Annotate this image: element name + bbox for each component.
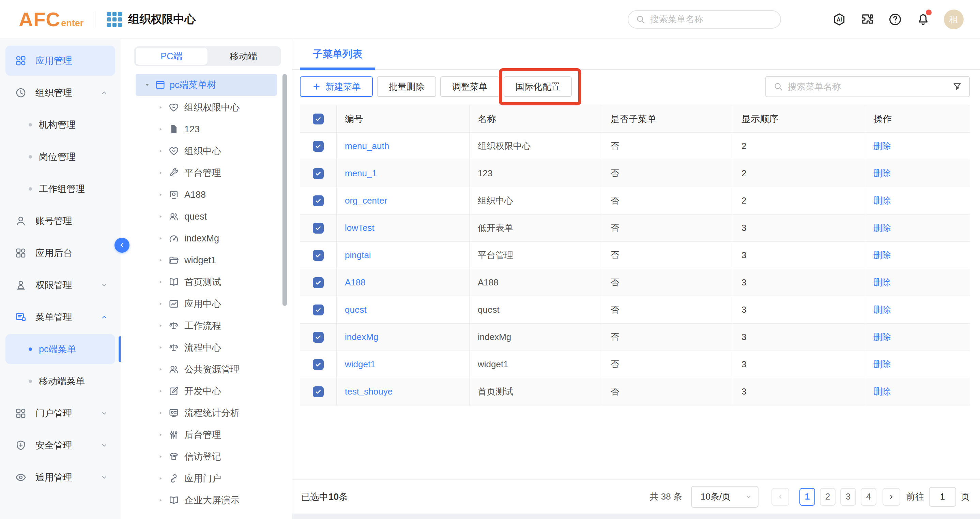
table-search-input[interactable] [788, 81, 952, 92]
row-checkbox[interactable] [313, 223, 324, 233]
tab-submenu-list[interactable]: 子菜单列表 [300, 47, 375, 61]
menu-code-link[interactable]: widget1 [345, 359, 375, 370]
delete-link[interactable]: 删除 [873, 386, 891, 398]
tree-item-dev-center[interactable]: 开发中心 [121, 380, 292, 402]
tab-pc[interactable]: PC端 [135, 48, 207, 65]
next-page-button[interactable] [883, 488, 900, 506]
tab-mobile[interactable]: 移动端 [207, 48, 279, 65]
sidebar-item-org-mgmt[interactable]: 组织管理 [5, 78, 115, 108]
row-checkbox[interactable] [313, 332, 324, 343]
delete-link[interactable]: 删除 [873, 331, 891, 343]
tree-item-flow-center[interactable]: 流程中心 [121, 337, 292, 358]
header-search[interactable] [628, 10, 781, 29]
delete-link[interactable]: 删除 [873, 276, 891, 289]
sidebar-item-workgroup-mgmt[interactable]: 工作组管理 [5, 174, 115, 204]
tree-item-widget1[interactable]: widget1 [121, 249, 292, 271]
notification-button[interactable] [916, 12, 930, 27]
sidebar-item-perm-mgmt[interactable]: 权限管理 [5, 270, 115, 300]
page-button-4[interactable]: 4 [861, 488, 877, 506]
tree-item-menu-123[interactable]: 123 [121, 118, 292, 140]
help-button[interactable] [888, 12, 902, 27]
select-all-checkbox[interactable] [313, 113, 324, 125]
sidebar-collapse-button[interactable] [115, 238, 129, 253]
delete-link[interactable]: 删除 [873, 222, 891, 234]
sidebar-item-label: 安全管理 [35, 439, 100, 452]
sidebar-item-mobile-menu[interactable]: 移动端菜单 [5, 366, 115, 396]
tree-item-a188[interactable]: A188 [121, 184, 292, 206]
row-checkbox[interactable] [313, 305, 324, 315]
plugin-button[interactable] [860, 12, 874, 27]
sidebar-item-security-mgmt[interactable]: 安全管理 [5, 430, 115, 460]
adjust-menu-button[interactable]: 调整菜单 [440, 77, 500, 97]
sidebar-item-inst-mgmt[interactable]: 机构管理 [5, 110, 115, 140]
tree-scrollbar[interactable] [283, 74, 287, 306]
sidebar-item-common-mgmt[interactable]: 通用管理 [5, 462, 115, 492]
sidebar-item-portal-mgmt[interactable]: 门户管理 [5, 398, 115, 428]
page-button-1[interactable]: 1 [799, 488, 815, 506]
menu-code-link[interactable]: indexMg [345, 332, 378, 342]
table-row: A188A188否3删除 [300, 269, 970, 296]
tree-item-workflow[interactable]: 工作流程 [121, 315, 292, 337]
delete-link[interactable]: 删除 [873, 195, 891, 207]
tree-item-public-resource[interactable]: 公共资源管理 [121, 358, 292, 380]
menu-code-link[interactable]: lowTest [345, 223, 374, 233]
tree-item-org-auth-center[interactable]: 组织权限中心 [121, 96, 292, 118]
row-checkbox[interactable] [313, 277, 324, 288]
tree-item-indexmg[interactable]: indexMg [121, 227, 292, 249]
page-button-2[interactable]: 2 [820, 488, 835, 506]
sidebar-item-menu-mgmt[interactable]: 菜单管理 [5, 302, 115, 332]
toolbar: 新建菜单批量删除调整菜单国际化配置 [300, 76, 970, 97]
tree-item-flow-stats[interactable]: 流程统计分析 [121, 402, 292, 424]
menu-code-link[interactable]: org_center [345, 195, 387, 206]
batch-delete-button[interactable]: 批量删除 [377, 77, 436, 97]
menu-name-text: 低开表单 [478, 222, 513, 234]
menu-tree-panel: PC端 移动端 pc端菜单树 组织权限中心123组织中心平台管理A188ques… [121, 39, 293, 519]
i18n-config-button[interactable]: 国际化配置 [504, 77, 572, 97]
menu-code-link[interactable]: menu_auth [345, 141, 389, 152]
is-submenu-cell: 否 [602, 242, 733, 269]
delete-link[interactable]: 删除 [873, 304, 891, 316]
ai-assistant-button[interactable] [832, 12, 846, 27]
tree-item-platform-mgmt[interactable]: 平台管理 [121, 162, 292, 184]
header-search-input[interactable] [650, 14, 776, 24]
prev-page-button[interactable] [772, 488, 789, 506]
tree-item-quest[interactable]: quest [121, 206, 292, 227]
table-search[interactable] [765, 76, 970, 97]
row-checkbox[interactable] [313, 250, 324, 261]
row-checkbox[interactable] [313, 195, 324, 206]
row-checkbox[interactable] [313, 141, 324, 152]
tree-root-node[interactable]: pc端菜单树 [135, 74, 277, 96]
delete-link[interactable]: 删除 [873, 358, 891, 370]
menu-code-link[interactable]: A188 [345, 277, 366, 288]
goto-page-input[interactable] [929, 487, 956, 507]
edit-icon [168, 386, 179, 397]
row-checkbox[interactable] [313, 386, 324, 397]
page-size-select[interactable]: 10条/页 [691, 486, 759, 508]
create-menu-button[interactable]: 新建菜单 [300, 77, 373, 97]
menu-code-link[interactable]: menu_1 [345, 168, 377, 179]
tree-item-big-screen-demo[interactable]: 企业大屏演示 [121, 489, 292, 511]
chevron-down-icon [100, 441, 108, 449]
delete-link[interactable]: 删除 [873, 249, 891, 261]
menu-code-link[interactable]: test_shouye [345, 386, 393, 397]
tree-item-backend-mgmt[interactable]: 后台管理 [121, 424, 292, 446]
tree-item-petition[interactable]: 信访登记 [121, 446, 292, 468]
page-button-3[interactable]: 3 [840, 488, 856, 506]
tree-item-org-center[interactable]: 组织中心 [121, 140, 292, 162]
tree-item-homepage-test[interactable]: 首页测试 [121, 271, 292, 293]
sidebar-item-pc-menu[interactable]: pc端菜单 [5, 334, 115, 364]
menu-code-link[interactable]: pingtai [345, 250, 371, 260]
menu-code-link[interactable]: quest [345, 305, 367, 315]
sidebar-item-app-backend[interactable]: 应用后台 [5, 238, 115, 268]
tree-item-app-portal[interactable]: 应用门户 [121, 468, 292, 489]
sidebar-item-app-mgmt[interactable]: 应用管理 [5, 46, 115, 76]
delete-link[interactable]: 删除 [873, 168, 891, 179]
sidebar-item-post-mgmt[interactable]: 岗位管理 [5, 142, 115, 172]
delete-link[interactable]: 删除 [873, 140, 891, 152]
row-checkbox[interactable] [313, 168, 324, 179]
sidebar-item-account-mgmt[interactable]: 账号管理 [5, 206, 115, 236]
row-checkbox[interactable] [313, 359, 324, 370]
tree-item-app-center[interactable]: 应用中心 [121, 293, 292, 315]
avatar[interactable]: 租 [944, 10, 964, 29]
filter-funnel-icon[interactable] [952, 81, 962, 92]
